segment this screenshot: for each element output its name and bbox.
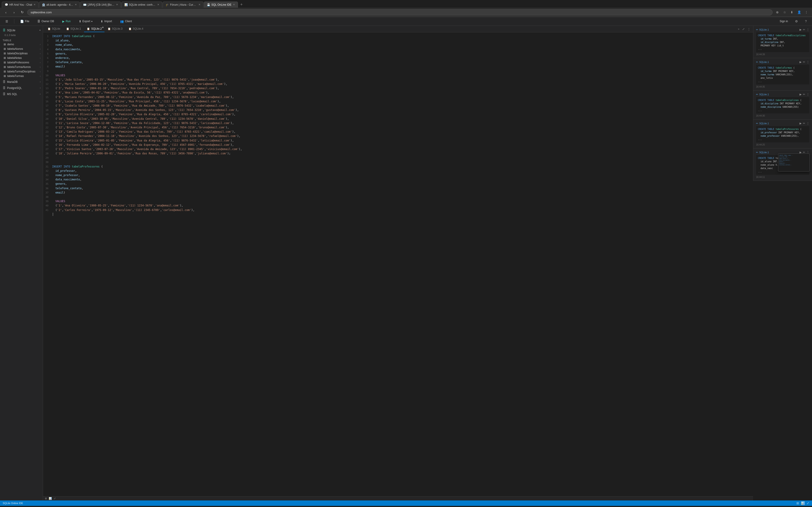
code-editor[interactable]: 1 INSERT INTO tabelaAlunos ( 2 id_aluno,…: [43, 33, 753, 496]
tab-close-hr[interactable]: ✕: [34, 3, 36, 6]
code-line-13: 13 ('3','Pedro Soares','2004-01-10','Mas…: [43, 86, 753, 91]
sidebar-item-tabela-turma-disciplinas[interactable]: ⊞ tabelaTurmaDisciplinas ›: [0, 69, 43, 74]
file-menu-button[interactable]: 📄 File: [18, 19, 32, 24]
hamburger-menu-button[interactable]: ☰: [3, 19, 10, 24]
translate-icon[interactable]: ⊕: [774, 9, 780, 15]
arrow-icon-turmadisciplinas: ›: [40, 70, 41, 73]
run-history-button-2[interactable]: ▶: [800, 60, 802, 64]
edit-history-button-1[interactable]: ✏: [803, 28, 805, 31]
client-icon: 👥: [120, 20, 124, 23]
back-button[interactable]: ‹: [3, 9, 9, 15]
mssql-section-header[interactable]: 🗄 MS SQL ›: [0, 92, 43, 97]
sidebar-item-tabela-professores[interactable]: ⊞ tabelaProfessores ›: [0, 60, 43, 65]
tab-more-button[interactable]: ⋮: [747, 27, 751, 31]
run-history-button-1[interactable]: ▶: [800, 28, 802, 31]
sidebar-item-tabela-turma-alunos[interactable]: ⊞ tabelaTurmaAlunos ›: [0, 65, 43, 69]
new-tab-button[interactable]: +: [238, 1, 245, 8]
more-history-button-2[interactable]: ⋮: [807, 60, 809, 64]
export-button[interactable]: ⬆ Export ▾: [77, 19, 95, 24]
add-tab-button[interactable]: +: [737, 27, 741, 31]
editor-tab-sqlite4[interactable]: 📋 SQLite.4: [126, 26, 146, 32]
help-icon[interactable]: ?: [803, 18, 809, 24]
code-line-7: 7 telefone_contato,: [43, 60, 753, 64]
history-item-5[interactable]: ✏ SQLite.1 ▶ ✏ ⋮ CREATE TABLE tabe... id…: [753, 149, 812, 181]
owner-db-button[interactable]: 🗄 Owner DB: [35, 19, 56, 24]
sidebar-item-tabela-alunos[interactable]: ⊞ tabelaAlunos ›: [0, 47, 43, 51]
sidebar-item-demo[interactable]: ⊞ demo ›: [0, 42, 43, 47]
editor-tab-sqlite3[interactable]: 📋 SQLite.3: [105, 26, 125, 32]
tab-jira[interactable]: ✉️ [JIRA] (CB-144) [Borrower] A... ✕: [80, 2, 121, 8]
status-grid-icon[interactable]: ⊞: [796, 501, 799, 505]
tab-label-forum: Fórum | Alura - Cursos online...: [170, 3, 197, 6]
editor-tab-sqlite1[interactable]: 📋 SQLite.1: [63, 26, 84, 32]
tab-bar: 💬 HR And You - Chat ✕ 🏦 alt.bank: agenda…: [0, 0, 812, 8]
postgresql-db-icon: 🗄: [3, 86, 6, 90]
bookmark-icon[interactable]: ☆: [782, 9, 788, 15]
sidebar-item-tabela-disciplinas[interactable]: ⊞ tabelaDisciplinas ›: [0, 51, 43, 56]
sign-in-button[interactable]: Sign in: [778, 19, 790, 24]
run-history-button-3[interactable]: ▶: [800, 93, 802, 96]
sqlite-section-header[interactable]: 🗄 SQLite ▾: [0, 27, 43, 33]
tab-forum[interactable]: 🎓 Fórum | Alura - Cursos online... ✕: [163, 2, 203, 8]
postgresql-chevron-icon: ›: [40, 87, 41, 89]
status-export-icon[interactable]: ⤢: [807, 501, 809, 505]
sidebar-item-tabela-notas[interactable]: ⊞ tabelaNotas ›: [0, 56, 43, 60]
settings-icon[interactable]: ⚙: [794, 18, 799, 24]
tab-sql-ide[interactable]: 💾 SQL OnLine IDE ✕: [204, 2, 238, 8]
tab-close-sql-ide[interactable]: ✕: [233, 3, 235, 6]
client-button[interactable]: 👥 Client: [118, 19, 134, 24]
import-label: Import: [104, 20, 112, 23]
sidebar-section-mssql: 🗄 MS SQL ›: [0, 92, 43, 97]
mariadb-section-label: MariaDB: [7, 80, 18, 83]
grid-view-icon[interactable]: ⊞: [45, 497, 47, 500]
tab-close-alt[interactable]: ✕: [75, 3, 77, 6]
profile-icon[interactable]: 👤: [796, 9, 802, 15]
import-button[interactable]: ⬇ Import: [98, 19, 114, 24]
code-line-5: 5 genero,: [43, 52, 753, 56]
more-history-button-1[interactable]: ⋮: [807, 28, 809, 31]
tab-sqlite-online[interactable]: 📊 SQLite online: conhecendo in... ✕: [121, 2, 162, 8]
code-line-17: 17 ('7','Isabela Santos','2006-09-10','F…: [43, 104, 753, 108]
forward-button[interactable]: ›: [11, 9, 17, 15]
postgresql-section-header[interactable]: 🗄 PostgreSQL ›: [0, 85, 43, 91]
status-chart-icon[interactable]: 📊: [801, 501, 805, 505]
code-line-33: 33 nome_professor,: [43, 173, 753, 177]
more-history-button-3[interactable]: ⋮: [807, 93, 809, 96]
code-line-38: 38: [43, 195, 753, 199]
history-item-2[interactable]: ✏ SQLite.1 ▶ ✏ ⋮ CREATE TABLE tabelaTurm…: [753, 58, 812, 91]
tab-hr[interactable]: 💬 HR And You - Chat ✕: [2, 2, 39, 8]
history-item-1[interactable]: ✏ SQLite.1 ▶ ✏ ⋮ CREATE TABLE tabelaTurm…: [753, 26, 812, 58]
tab-alt[interactable]: 🏦 alt.bank: agenda - 4 dias, a p... ✕: [39, 2, 80, 8]
tab-close-jira[interactable]: ✕: [116, 3, 118, 6]
address-bar-input[interactable]: sqliteonline.com: [27, 9, 773, 15]
run-history-button-4[interactable]: ▶: [800, 122, 802, 125]
editor-tab-sqlite2[interactable]: 📋 SQLite.2: [84, 26, 104, 32]
history-item-4[interactable]: ✏ SQLite.1 ▶ ✏ ⋮ CREATE TABLE tabelaProf…: [753, 119, 812, 149]
tab-close-sqlite[interactable]: ✕: [157, 3, 159, 6]
share-tab-button[interactable]: ⤢: [741, 27, 746, 31]
reload-button[interactable]: ↻: [19, 9, 26, 15]
history-thumbnail-overlay: CREATE TABLE tabe... id_aluno INT... nom…: [778, 154, 810, 172]
code-line-32: 32 id_professor,: [43, 169, 753, 173]
mariadb-section-header[interactable]: 🗄 MariaDB ›: [0, 79, 43, 84]
export-view-icon[interactable]: ⤢: [54, 497, 56, 500]
edit-history-button-2[interactable]: ✏: [803, 60, 805, 64]
edit-history-button-3[interactable]: ✏: [803, 93, 805, 96]
history-item-3[interactable]: ✏ SQLite.1 ▶ ✏ ⋮ CREATE TABLE tabelaDisc…: [753, 91, 812, 119]
editor-tab-sqlite[interactable]: 📋 SQLite: [45, 26, 63, 32]
more-options-icon[interactable]: ⋮: [803, 9, 809, 15]
editor-tab-label-sqlite1: SQLite.1: [70, 27, 81, 30]
history-time-5: 16:44:11: [756, 176, 809, 178]
file-label: File: [25, 20, 29, 23]
chart-view-icon[interactable]: 📊: [49, 497, 52, 500]
download-icon[interactable]: ⬇: [789, 9, 795, 15]
tab-close-forum[interactable]: ✕: [198, 3, 201, 6]
pencil-icon-3: ✏: [756, 93, 758, 96]
sidebar-item-label-notas: tabelaNotas: [7, 56, 22, 60]
edit-history-button-4[interactable]: ✏: [803, 122, 805, 125]
status-bar: SQLite Online IDE ⊞ 📊 ⤢: [0, 500, 812, 506]
more-history-button-4[interactable]: ⋮: [807, 122, 809, 125]
tab-favicon-alt: 🏦: [42, 3, 45, 6]
sidebar-item-tabela-turmas[interactable]: ⊞ tabelaTurmas ›: [0, 74, 43, 78]
run-button[interactable]: ▶ Run: [60, 19, 73, 24]
